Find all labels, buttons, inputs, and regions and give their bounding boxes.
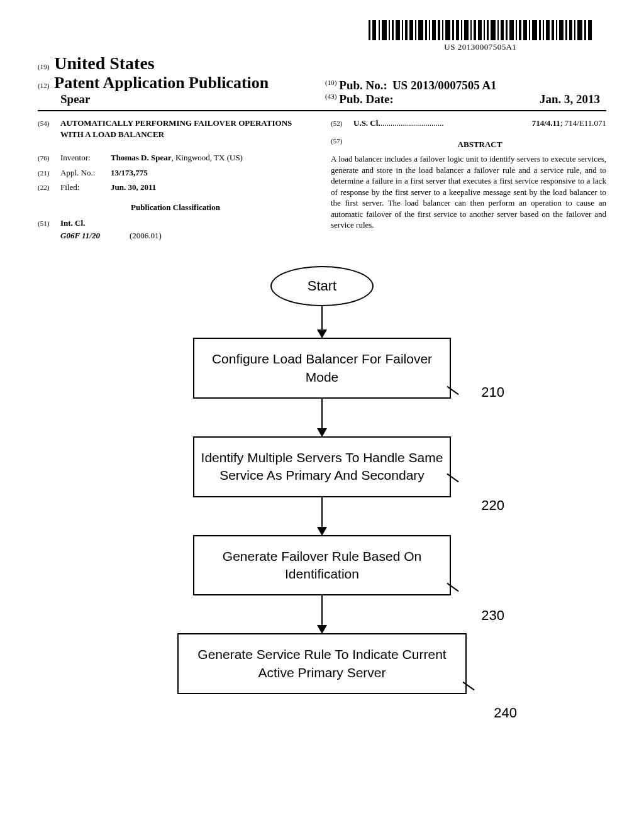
- svg-rect-3: [379, 20, 380, 40]
- intcl-label: Int. Cl.: [60, 218, 313, 229]
- svg-rect-19: [452, 20, 454, 40]
- svg-rect-1: [369, 20, 370, 40]
- field-num-10: (10): [325, 79, 336, 92]
- filed-value: Jun. 30, 2011: [111, 182, 313, 193]
- svg-rect-44: [565, 20, 567, 40]
- uscl-tail: ; 714/E11.071: [560, 118, 606, 128]
- svg-rect-25: [478, 20, 482, 40]
- abstract-head-row: (57) ABSTRACT: [331, 135, 606, 154]
- intcl-version: (2006.01): [130, 230, 162, 241]
- pub-type-line: (12) Patent Application Publication: [38, 74, 319, 92]
- flow-arrow-4: [321, 595, 323, 633]
- pub-type: Patent Application Publication: [54, 74, 269, 92]
- field-num-21: (21): [38, 167, 60, 179]
- svg-rect-35: [523, 20, 527, 40]
- uscl-label: U.S. Cl.: [353, 118, 380, 129]
- field-num-12: (12): [38, 82, 49, 89]
- svg-rect-41: [552, 20, 554, 40]
- inventor-label: Inventor:: [60, 152, 111, 163]
- intcl-code-row: G06F 11/20 (2006.01): [38, 230, 313, 241]
- uscl-label-text: U.S. Cl.: [353, 118, 380, 128]
- flow-arrow-1: [321, 306, 323, 338]
- flow-tick-230: [446, 583, 464, 600]
- svg-rect-13: [425, 20, 427, 40]
- svg-rect-32: [509, 20, 514, 40]
- appl-no-label: Appl. No.:: [60, 167, 111, 179]
- pub-no-label: Pub. No.:: [339, 79, 387, 92]
- pub-date: Jan. 3, 2013: [540, 92, 606, 106]
- flow-box-220: Identify Multiple Servers To Handle Same…: [193, 436, 451, 497]
- svg-rect-23: [470, 20, 472, 40]
- filed-label: Filed:: [60, 182, 111, 193]
- flow-box-230: Generate Failover Rule Based On Identifi…: [193, 535, 451, 596]
- field-num-54: (54): [38, 118, 60, 148]
- filed-row: (22) Filed: Jun. 30, 2011: [38, 182, 313, 193]
- flow-box-230-text: Generate Failover Rule Based On Identifi…: [223, 549, 421, 581]
- appl-no-row: (21) Appl. No.: 13/173,775: [38, 167, 313, 179]
- svg-rect-10: [409, 20, 413, 40]
- flow-start: Start: [270, 266, 374, 306]
- inventor-header: Spear: [60, 92, 319, 106]
- barcode-area: US 20130007505A1: [38, 19, 606, 52]
- flow-ref-230: 230: [481, 607, 504, 624]
- svg-rect-9: [405, 20, 408, 40]
- svg-rect-7: [396, 20, 400, 40]
- flow-box-210: Configure Load Balancer For Failover Mod…: [193, 338, 451, 399]
- uscl-value: 714/4.11; 714/E11.071: [532, 118, 606, 129]
- invention-title: AUTOMATICALLY PERFORMING FAILOVER OPERAT…: [60, 118, 313, 140]
- pub-date-row: (43) Pub. Date: Jan. 3, 2013: [325, 92, 606, 106]
- flowchart: Start Configure Load Balancer For Failov…: [146, 266, 498, 694]
- inventor-value: Thomas D. Spear, Kingwood, TX (US): [111, 152, 313, 163]
- header: (19) United States (12) Patent Applicati…: [38, 53, 606, 111]
- svg-rect-43: [559, 20, 564, 40]
- svg-rect-22: [464, 20, 469, 40]
- pub-no: US 2013/0007505 A1: [392, 79, 497, 92]
- flow-box-210-text: Configure Load Balancer For Failover Mod…: [212, 351, 432, 384]
- flow-ref-240: 240: [494, 705, 517, 719]
- inventor-row: (76) Inventor: Thomas D. Spear, Kingwood…: [38, 152, 313, 163]
- field-num-52: (52): [331, 118, 353, 129]
- field-num-43: (43): [325, 92, 336, 106]
- inventor-loc: , Kingwood, TX (US): [171, 153, 243, 162]
- field-num-76: (76): [38, 152, 60, 163]
- uscl-dots: ...............................: [380, 118, 532, 129]
- abstract-body: A load balancer includes a failover logi…: [331, 153, 606, 231]
- svg-rect-46: [574, 20, 575, 40]
- svg-rect-26: [484, 20, 485, 40]
- field-num-22: (22): [38, 182, 60, 193]
- flow-arrow-2: [321, 399, 323, 436]
- svg-rect-18: [445, 20, 450, 40]
- svg-rect-49: [588, 20, 592, 40]
- field-num-51: (51): [38, 218, 60, 229]
- intcl-label-text: Int. Cl.: [60, 218, 85, 228]
- svg-rect-21: [461, 20, 462, 40]
- svg-rect-12: [418, 20, 423, 40]
- left-col: (54) AUTOMATICALLY PERFORMING FAILOVER O…: [38, 118, 313, 241]
- filed-text: Jun. 30, 2011: [111, 182, 156, 192]
- flow-start-label: Start: [308, 278, 336, 294]
- intcl-row: (51) Int. Cl.: [38, 218, 313, 229]
- svg-rect-17: [442, 20, 443, 40]
- svg-rect-28: [491, 20, 496, 40]
- uscl-bold: 714/4.11: [532, 118, 560, 128]
- svg-rect-11: [415, 20, 416, 40]
- header-left: (19) United States (12) Patent Applicati…: [38, 53, 319, 106]
- header-right: (10) Pub. No.: US 2013/0007505 A1 (43) P…: [319, 79, 606, 106]
- flow-box-220-text: Identify Multiple Servers To Handle Same…: [201, 450, 443, 482]
- barcode-text: US 20130007505A1: [367, 42, 594, 52]
- flow-box-240: Generate Service Rule To Indicate Curren…: [177, 633, 467, 694]
- svg-rect-15: [432, 20, 436, 40]
- svg-rect-48: [584, 20, 586, 40]
- svg-rect-40: [546, 20, 550, 40]
- svg-rect-47: [577, 20, 582, 40]
- right-col: (52) U.S. Cl. ..........................…: [331, 118, 606, 241]
- svg-rect-38: [539, 20, 541, 40]
- svg-rect-2: [372, 20, 376, 40]
- flow-tick-220: [446, 473, 464, 491]
- field-num-57: (57): [331, 135, 353, 154]
- svg-rect-36: [529, 20, 530, 40]
- svg-rect-42: [556, 20, 557, 40]
- country: United States: [54, 53, 154, 73]
- svg-rect-27: [487, 20, 489, 40]
- barcode-svg: [367, 19, 594, 42]
